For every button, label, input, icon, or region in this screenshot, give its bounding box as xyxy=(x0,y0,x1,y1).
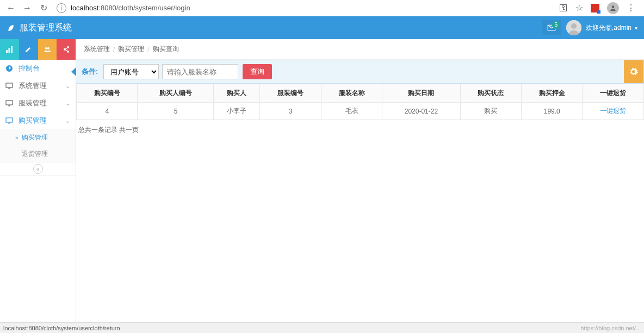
mail-badge: 5 xyxy=(552,21,560,29)
th: 购买押金 xyxy=(522,84,583,103)
cell-date: 2020-01-22 xyxy=(382,103,460,120)
sidebar-item-clothing[interactable]: 服装管理 ⌄ xyxy=(0,95,76,112)
filter-bar: 条件: 用户账号 查询 xyxy=(76,60,644,84)
submenu-label: 退货管理 xyxy=(22,149,48,159)
url-host: localhost xyxy=(71,4,98,12)
search-button[interactable]: 查询 xyxy=(243,64,272,79)
sidebar-submenu: »购买管理 »退货管理 xyxy=(0,129,76,162)
svg-rect-5 xyxy=(11,46,13,53)
filter-field-select[interactable]: 用户账号 xyxy=(103,64,159,79)
cell-cloth-id: 3 xyxy=(260,103,321,120)
submenu-purchase-manage[interactable]: »购买管理 xyxy=(0,129,76,146)
th: 购买人编号 xyxy=(138,84,214,103)
chevron-down-icon: ⌄ xyxy=(65,83,70,90)
leaf-icon xyxy=(7,23,15,32)
bookmark-star-icon[interactable]: ☆ xyxy=(575,3,583,13)
cell-id: 4 xyxy=(77,103,138,120)
user-avatar[interactable] xyxy=(566,20,581,35)
sidebar-item-purchase[interactable]: 购买管理 ⌄ xyxy=(0,112,76,129)
browser-menu-icon[interactable]: ⋮ xyxy=(627,3,635,13)
browser-toolbar: ← → ↻ i localhost:8080/cloth/system/user… xyxy=(0,0,644,16)
sidebar-item-label: 系统管理 xyxy=(18,81,65,91)
crumb[interactable]: 购买管理 xyxy=(118,45,144,54)
table-header-row: 购买编号 购买人编号 购买人 服装编号 服装名称 购买日期 购买状态 购买押金 … xyxy=(77,84,644,103)
extension-icon[interactable] xyxy=(591,4,599,12)
svg-rect-3 xyxy=(6,50,8,53)
toolbar-stats-button[interactable] xyxy=(0,39,19,60)
search-input[interactable] xyxy=(162,64,238,79)
cell-action: 一键退货 xyxy=(583,103,644,120)
submenu-label: 购买管理 xyxy=(22,133,48,142)
password-key-icon[interactable]: ⚿ xyxy=(559,3,568,13)
sidebar: 控制台 系统管理 ⌄ 服装管理 ⌄ 购买管理 ⌄ »购买管理 »退货管理 « xyxy=(0,39,76,322)
cell-deposit: 199.0 xyxy=(522,103,583,120)
sidebar-collapse: « xyxy=(0,162,76,176)
reload-icon[interactable]: ↻ xyxy=(37,2,50,15)
svg-point-2 xyxy=(571,23,577,29)
pager-summary: 总共一条记录 共一页 xyxy=(76,120,644,140)
settings-gear-icon[interactable] xyxy=(624,60,643,83)
toolbar-share-button[interactable] xyxy=(57,39,76,60)
svg-point-7 xyxy=(47,47,49,49)
url-path: :8080/cloth/system/user/login xyxy=(98,4,190,12)
th: 购买编号 xyxy=(77,84,138,103)
sidebar-dashboard[interactable]: 控制台 xyxy=(0,60,76,77)
breadcrumb: 系统管理/ 购买管理/ 购买查询 xyxy=(76,39,644,60)
crumb[interactable]: 系统管理 xyxy=(84,45,110,54)
monitor-icon xyxy=(5,100,15,106)
svg-rect-4 xyxy=(9,48,10,53)
table-row: 4 5 小李子 3 毛衣 2020-01-22 购买 199.0 一键退货 xyxy=(77,103,644,120)
dashboard-label: 控制台 xyxy=(18,64,70,73)
brand-title: 服装管理系统 xyxy=(20,22,72,34)
monitor-icon xyxy=(5,117,15,124)
dashboard-icon xyxy=(5,65,15,72)
site-info-icon[interactable]: i xyxy=(57,3,66,13)
data-table: 购买编号 购买人编号 购买人 服装编号 服装名称 购买日期 购买状态 购买押金 … xyxy=(76,84,644,120)
chevron-down-icon: ⌄ xyxy=(65,117,70,124)
filter-label: 条件: xyxy=(82,67,98,77)
forward-icon[interactable]: → xyxy=(21,2,34,15)
mailbox-button[interactable]: 5 xyxy=(542,20,561,35)
svg-rect-12 xyxy=(6,100,13,105)
collapse-toggle-icon[interactable]: « xyxy=(33,164,43,174)
th: 服装编号 xyxy=(260,84,321,103)
chevron-down-icon: ⌄ xyxy=(65,100,70,107)
back-icon[interactable]: ← xyxy=(4,2,17,15)
app-header: 服装管理系统 5 欢迎光临,admin ▾ xyxy=(0,16,644,39)
address-bar[interactable]: i localhost:8080/cloth/system/user/login xyxy=(57,3,556,13)
main-content: 系统管理/ 购买管理/ 购买查询 条件: 用户账号 查询 购买编号 购买人编号 … xyxy=(76,39,644,322)
cell-status: 购买 xyxy=(460,103,521,120)
crumb[interactable]: 购买查询 xyxy=(153,45,179,54)
th: 一键退货 xyxy=(583,84,644,103)
svg-rect-13 xyxy=(6,118,13,122)
sidebar-item-label: 服装管理 xyxy=(18,98,65,108)
greeting-text: 欢迎光临,admin xyxy=(586,23,631,33)
sidebar-toolbar xyxy=(0,39,76,60)
sidebar-item-system[interactable]: 系统管理 ⌄ xyxy=(0,77,76,95)
cell-buyer: 小李子 xyxy=(214,103,260,120)
th: 购买日期 xyxy=(382,84,460,103)
toolbar-edit-button[interactable] xyxy=(19,39,38,60)
svg-point-0 xyxy=(612,5,615,8)
arrow-icon: » xyxy=(15,135,18,141)
toolbar-users-button[interactable] xyxy=(38,39,57,60)
th: 服装名称 xyxy=(321,84,382,103)
profile-avatar-icon[interactable] xyxy=(607,2,619,14)
svg-point-6 xyxy=(45,47,47,49)
cell-buyer-id: 5 xyxy=(138,103,214,120)
th: 购买状态 xyxy=(460,84,521,103)
cell-cloth-name: 毛衣 xyxy=(321,103,382,120)
brand: 服装管理系统 xyxy=(7,22,72,34)
th: 购买人 xyxy=(214,84,260,103)
user-menu-caret-icon[interactable]: ▾ xyxy=(635,25,637,31)
submenu-return-manage[interactable]: »退货管理 xyxy=(0,146,76,162)
sidebar-item-label: 购买管理 xyxy=(18,116,65,125)
monitor-icon xyxy=(5,83,15,89)
return-link[interactable]: 一键退货 xyxy=(600,107,626,115)
svg-rect-11 xyxy=(6,83,13,87)
